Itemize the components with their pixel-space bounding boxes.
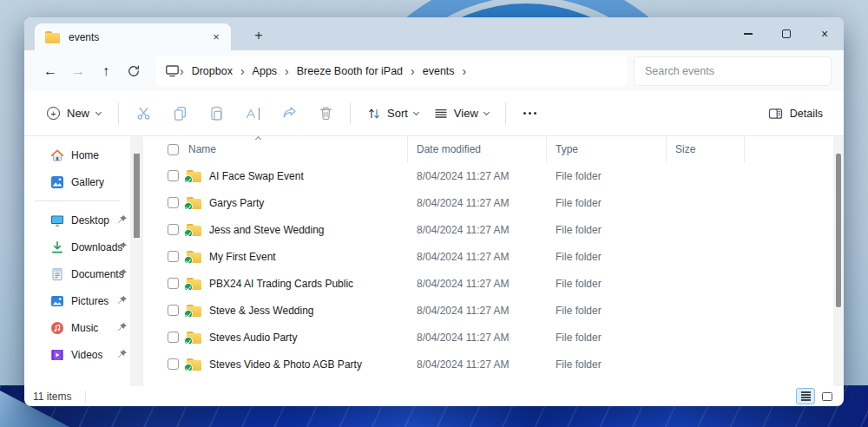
synced-folder-icon (187, 358, 201, 371)
pin-icon (117, 322, 128, 332)
sidebar-item-music[interactable]: Music (24, 314, 130, 341)
file-explorer-window: events × + × ← → ↑ › Dropbox › (24, 17, 844, 406)
sidebar-item-gallery[interactable]: Gallery (24, 168, 130, 195)
sidebar-item-desktop[interactable]: Desktop (24, 207, 130, 233)
row-checkbox[interactable] (168, 170, 179, 181)
back-button[interactable]: ← (36, 57, 64, 85)
thumbnail-view-button[interactable] (818, 388, 837, 404)
column-header-type[interactable]: Type (547, 136, 667, 162)
sidebar-item-documents[interactable]: Documents (24, 260, 130, 287)
select-all-checkbox[interactable] (168, 144, 179, 155)
new-button[interactable]: + New (38, 99, 109, 128)
view-button[interactable]: View (426, 99, 496, 128)
sidebar-item-label: Gallery (71, 176, 104, 188)
breadcrumb-item-dropbox[interactable]: Dropbox (184, 65, 240, 77)
table-row[interactable]: Garys Party 8/04/2024 11:27 AM File fold… (143, 189, 833, 216)
sidebar-scrollbar-thumb[interactable] (134, 154, 140, 238)
explorer-tab[interactable]: events × (35, 23, 231, 50)
breadcrumb-item-breeze-booth[interactable]: Breeze Booth for iPad (289, 65, 411, 77)
sort-button[interactable]: Sort (359, 99, 426, 128)
table-row[interactable]: PBX24 AI Trading Cards Public 8/04/2024 … (143, 270, 833, 297)
search-input[interactable] (645, 65, 820, 77)
more-options-button[interactable] (515, 112, 545, 115)
file-date: 8/04/2024 11:27 AM (408, 332, 547, 344)
breadcrumb-item-events[interactable]: events (415, 65, 463, 77)
file-date: 8/04/2024 11:27 AM (408, 358, 547, 371)
breadcrumb-item-apps[interactable]: Apps (245, 65, 286, 77)
status-bar: 11 items (24, 386, 844, 406)
column-label: Date modified (417, 143, 481, 155)
sidebar-item-label: Documents (71, 268, 124, 280)
file-name: PBX24 AI Trading Cards Public (209, 278, 353, 290)
file-date: 8/04/2024 11:27 AM (408, 197, 547, 209)
row-checkbox[interactable] (168, 197, 179, 208)
row-checkbox[interactable] (168, 278, 179, 289)
copy-button[interactable] (164, 99, 195, 128)
row-checkbox[interactable] (168, 358, 179, 370)
sidebar-item-label: Downloads (71, 241, 122, 253)
toolbar-divider (350, 102, 351, 125)
row-checkbox[interactable] (168, 224, 179, 235)
details-pane-button[interactable]: Details (761, 99, 830, 128)
table-row[interactable]: AI Face Swap Event 8/04/2024 11:27 AM Fi… (143, 162, 833, 189)
row-checkbox[interactable] (168, 251, 179, 262)
pin-icon (117, 268, 128, 279)
list-scrollbar[interactable] (833, 136, 844, 386)
rename-button[interactable] (237, 99, 268, 128)
sidebar-item-label: Videos (71, 349, 102, 361)
synced-folder-icon (187, 332, 201, 344)
file-date: 8/04/2024 11:27 AM (408, 251, 547, 263)
table-row[interactable]: My First Event 8/04/2024 11:27 AM File f… (143, 243, 833, 270)
paste-button[interactable] (201, 99, 232, 128)
breadcrumb-separator: › (463, 64, 467, 78)
close-icon: × (821, 28, 828, 40)
sidebar-item-videos[interactable]: Videos (24, 341, 130, 368)
refresh-button[interactable] (120, 57, 148, 85)
share-button[interactable] (273, 99, 305, 128)
sidebar-item-label: Music (71, 322, 98, 334)
sidebar: Home Gallery Desktop (24, 136, 130, 386)
delete-button[interactable] (310, 99, 341, 128)
pin-icon (117, 349, 128, 359)
column-headers: Name Date modified Type Size (143, 136, 833, 162)
column-header-spacer (745, 136, 833, 162)
maximize-button[interactable] (767, 17, 806, 50)
new-tab-button[interactable]: + (248, 25, 269, 46)
file-type: File folder (547, 358, 667, 371)
table-row[interactable]: Steves Audio Party 8/04/2024 11:27 AM Fi… (143, 324, 833, 351)
sidebar-item-home[interactable]: Home (24, 141, 130, 168)
refresh-icon (127, 64, 141, 78)
column-header-date-modified[interactable]: Date modified (408, 136, 547, 162)
table-row[interactable]: Steves Video & Photo AGB Party 8/04/2024… (143, 351, 833, 378)
file-type: File folder (547, 170, 667, 182)
up-button[interactable]: ↑ (92, 57, 120, 85)
file-type: File folder (547, 278, 667, 290)
cut-button[interactable] (128, 99, 159, 128)
pin-icon (117, 241, 128, 252)
table-row[interactable]: Jess and Steve Wedding 8/04/2024 11:27 A… (143, 216, 833, 243)
column-header-name[interactable]: Name (143, 136, 408, 162)
file-type: File folder (547, 332, 667, 344)
synced-folder-icon (187, 278, 201, 290)
window-controls: × (729, 17, 844, 50)
row-checkbox[interactable] (168, 305, 179, 316)
row-checkbox[interactable] (168, 332, 179, 343)
navigation-bar: ← → ↑ › Dropbox › Apps › Breeze Booth fo… (24, 50, 844, 91)
details-view-button[interactable] (796, 388, 815, 404)
column-label: Size (675, 143, 695, 155)
tab-close-icon[interactable]: × (207, 28, 226, 47)
sidebar-item-pictures[interactable]: Pictures (24, 287, 130, 314)
list-scrollbar-thumb[interactable] (836, 154, 841, 307)
this-pc-icon[interactable] (165, 64, 180, 77)
column-header-size[interactable]: Size (667, 136, 745, 162)
forward-button[interactable]: → (64, 57, 92, 85)
view-toggles (796, 388, 837, 404)
sidebar-scrollbar[interactable] (130, 136, 143, 386)
table-row[interactable]: Steve & Jess Wedding 8/04/2024 11:27 AM … (143, 297, 833, 324)
close-button[interactable]: × (806, 17, 844, 50)
pin-icon (117, 295, 128, 305)
details-pane-icon (768, 107, 783, 121)
tab-bar: events × + × (24, 17, 844, 50)
sidebar-item-downloads[interactable]: Downloads (24, 233, 130, 260)
minimize-button[interactable] (729, 17, 767, 50)
